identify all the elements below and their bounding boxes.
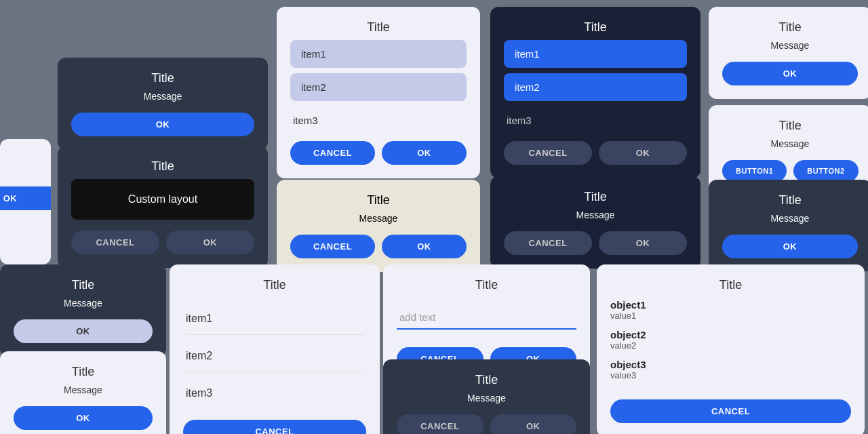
card-16-obj-3-label: object3 — [610, 359, 851, 370]
card-9-title: Title — [722, 119, 858, 133]
card-6-cancel-button[interactable]: CANCEL — [504, 141, 592, 165]
card-10-message: Message — [722, 213, 858, 224]
card-2-ok-button[interactable]: OK — [166, 231, 254, 254]
card-16-obj-1: object1 value1 — [610, 299, 851, 321]
card-4-cancel-button[interactable]: CANCEL — [290, 141, 375, 165]
card-5-ok-button[interactable]: OK — [382, 235, 467, 258]
card-7-title: Title — [504, 190, 687, 204]
card-13-item-2: item2 — [183, 340, 366, 372]
card-4-item-3: item3 — [290, 106, 467, 134]
card-5-title: Title — [290, 193, 467, 208]
card-8-title: Title — [722, 20, 858, 35]
card-10-title: Title — [722, 193, 858, 208]
card-15: Title Message CANCEL OK — [383, 359, 590, 434]
card-16-cancel-button[interactable]: CANCEL — [610, 399, 851, 423]
card-16-obj-3-value: value3 — [610, 370, 851, 380]
card-13-title: Title — [183, 278, 366, 292]
card-13-item-3: item3 — [183, 378, 366, 409]
card-13: Title item1 item2 item3 CANCEL — [170, 264, 380, 434]
card-6-ok-button[interactable]: OK — [599, 141, 687, 165]
card-16-obj-1-value: value1 — [610, 311, 851, 321]
card-6-item-3: item3 — [504, 106, 687, 134]
card-15-cancel-button[interactable]: CANCEL — [397, 414, 484, 434]
card-16-obj-3: object3 value3 — [610, 359, 851, 380]
card-11b-ok-button[interactable]: OK — [14, 406, 153, 430]
card-4-item-1: item1 — [290, 40, 467, 68]
card-5-cancel-button[interactable]: CANCEL — [290, 235, 375, 258]
card-16-obj-2-label: object2 — [610, 329, 851, 340]
card-3-ok-button[interactable]: OK — [0, 186, 51, 210]
card-11b-message: Message — [14, 384, 153, 395]
card-6-item-2: item2 — [504, 73, 687, 101]
card-11: Title Message OK — [0, 264, 166, 357]
card-7-cancel-button[interactable]: CANCEL — [504, 231, 592, 255]
card-11b-title: Title — [14, 365, 153, 379]
card-6: Title item1 item2 item3 CANCEL OK — [490, 7, 701, 178]
card-13-cancel-button[interactable]: CANCEL — [183, 420, 366, 434]
card-8: Title Message OK — [709, 7, 868, 99]
card-1-message: Message — [71, 91, 254, 102]
card-16-obj-1-label: object1 — [610, 299, 851, 311]
card-7-ok-button[interactable]: OK — [599, 231, 687, 255]
card-16: Title object1 value1 object2 value2 obje… — [597, 264, 865, 434]
card-9-btn2-button[interactable]: BUTTON2 — [793, 160, 858, 182]
card-2-title: Title — [71, 159, 254, 174]
card-16-obj-2-value: value2 — [610, 340, 851, 351]
card-16-obj-2: object2 value2 — [610, 329, 851, 351]
card-4-ok-button[interactable]: OK — [382, 141, 467, 165]
card-10-ok-button[interactable]: OK — [722, 235, 858, 258]
card-15-message: Message — [397, 393, 576, 403]
card-15-ok-button[interactable]: OK — [490, 414, 577, 434]
card-2-custom-layout: Custom layout — [71, 179, 254, 220]
card-1-title: Title — [71, 71, 254, 85]
card-3-partial: OK — [0, 139, 51, 264]
card-6-title: Title — [504, 20, 687, 35]
card-6-item-1: item1 — [504, 40, 687, 68]
card-15-title: Title — [397, 373, 576, 387]
card-11-ok-button[interactable]: OK — [14, 319, 153, 343]
card-9-btn1-button[interactable]: BUTTON1 — [722, 160, 787, 182]
card-2-cancel-button[interactable]: CANCEL — [71, 231, 159, 254]
card-11b: Title Message OK — [0, 351, 166, 434]
card-7: Title Message CANCEL OK — [490, 176, 701, 269]
card-14-text-input[interactable] — [397, 306, 576, 330]
card-1: Title Message OK — [58, 58, 268, 150]
card-8-ok-button[interactable]: OK — [722, 62, 858, 85]
card-10: Title Message OK — [709, 180, 868, 272]
card-4-item-2: item2 — [290, 73, 467, 101]
card-9-message: Message — [722, 138, 858, 149]
card-5: Title Message CANCEL OK — [277, 180, 480, 272]
card-4: Title item1 item2 item3 CANCEL OK — [277, 7, 480, 178]
card-4-title: Title — [290, 20, 467, 35]
card-13-item-1: item1 — [183, 303, 366, 335]
card-8-message: Message — [722, 40, 858, 51]
card-11-title: Title — [14, 278, 153, 292]
card-11-message: Message — [14, 298, 153, 309]
card-1-ok-button[interactable]: OK — [71, 113, 254, 136]
card-14-title: Title — [397, 278, 576, 292]
card-7-message: Message — [504, 210, 687, 220]
card-5-message: Message — [290, 213, 467, 224]
card-16-title: Title — [610, 278, 851, 292]
card-2: Title Custom layout CANCEL OK — [58, 146, 268, 268]
